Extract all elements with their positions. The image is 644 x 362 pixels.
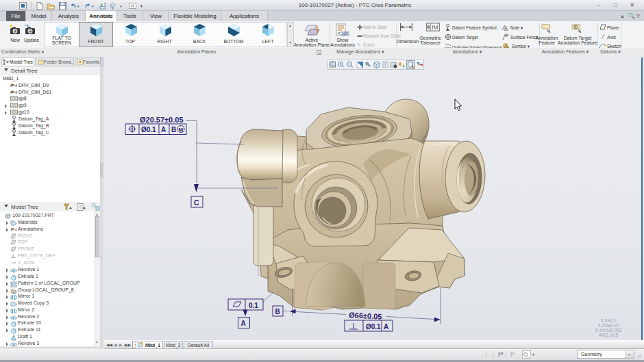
svg-text:Ø0.1: Ø0.1 <box>366 323 381 331</box>
svg-text:ANG.±0.5: ANG.±0.5 <box>599 333 619 337</box>
svg-text:C: C <box>194 198 199 207</box>
svg-text:X.XX±0.01: X.XX±0.01 <box>597 323 619 328</box>
svg-text:A: A <box>161 126 166 133</box>
svg-text:B: B <box>275 308 280 315</box>
svg-text:3/: 3/ <box>506 34 509 37</box>
svg-text:A: A <box>384 323 388 331</box>
svg-text:X.X±0.1: X.X±0.1 <box>600 318 616 323</box>
svg-text:0.1: 0.1 <box>249 302 258 309</box>
svg-text:B: B <box>171 126 176 133</box>
svg-text:Ø20.57±0.05: Ø20.57±0.05 <box>140 116 184 124</box>
svg-text:Ø0.1: Ø0.1 <box>141 126 156 133</box>
svg-text:A: A <box>241 320 246 327</box>
svg-text:M: M <box>179 127 184 133</box>
svg-text:Ø66±0.05: Ø66±0.05 <box>349 311 382 321</box>
svg-text:X.XXX±0.001: X.XXX±0.001 <box>595 328 622 333</box>
svg-text:A: A <box>504 25 508 30</box>
svg-text:IM: IM <box>432 24 438 31</box>
